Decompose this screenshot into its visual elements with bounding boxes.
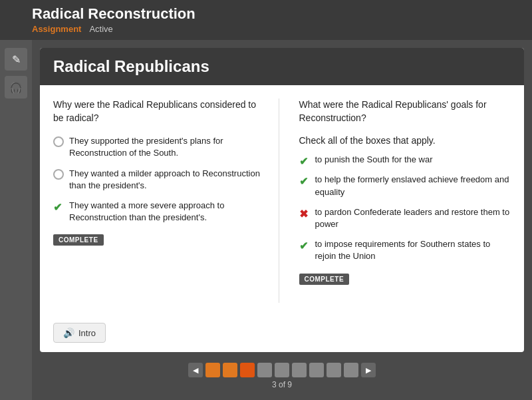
content-card: Radical Republicans Why were the Radical… xyxy=(40,48,524,352)
page-dot-8[interactable] xyxy=(327,363,341,377)
option-2-text: They wanted a milder approach to Reconst… xyxy=(69,168,265,192)
card-body: Why were the Radical Republicans conside… xyxy=(40,85,524,316)
list-item: ✔ They wanted a more severe approach to … xyxy=(53,200,265,224)
right-complete-badge: COMPLETE xyxy=(299,274,350,285)
next-page-button[interactable]: ▶ xyxy=(361,363,376,377)
right-option-3-text: to pardon Confederate leaders and restor… xyxy=(315,206,511,230)
page-dot-7[interactable] xyxy=(309,363,324,377)
top-bar-meta: Assignment Active xyxy=(32,24,521,34)
active-label: Active xyxy=(89,24,112,34)
question-right: What were the Radical Republicans' goals… xyxy=(293,99,511,303)
audio-button[interactable]: 🎧 xyxy=(5,76,27,99)
list-item: ✔ to impose requirements for Southern st… xyxy=(299,238,511,262)
correct-check-icon: ✔ xyxy=(299,155,310,166)
option-1-text: They supported the president's plans for… xyxy=(69,135,265,159)
speaker-icon: 🔊 xyxy=(63,327,74,338)
list-item: ✔ to help the formerly enslaved achieve … xyxy=(299,174,511,198)
page-dot-4[interactable] xyxy=(257,363,272,377)
list-item: ✖ to pardon Confederate leaders and rest… xyxy=(299,206,511,230)
right-option-2-text: to help the formerly enslaved achieve fr… xyxy=(315,174,511,198)
page-title: Radical Reconstruction xyxy=(32,5,521,23)
list-item: They supported the president's plans for… xyxy=(53,135,265,159)
pagination-label: 3 of 9 xyxy=(272,380,292,392)
page-dot-1[interactable] xyxy=(205,363,220,377)
intro-label: Intro xyxy=(78,328,96,338)
left-complete-badge: COMPLETE xyxy=(53,234,104,246)
top-bar: Radical Reconstruction Assignment Active xyxy=(0,0,532,40)
question-left: Why were the Radical Republicans conside… xyxy=(53,99,279,303)
pagination-area: ◀ ▶ 3 of 9 xyxy=(40,357,524,392)
page-dot-6[interactable] xyxy=(292,363,307,377)
edit-button[interactable]: ✎ xyxy=(5,48,27,71)
left-sidebar: ✎ 🎧 xyxy=(0,40,32,400)
option-3-text: They wanted a more severe approach to Re… xyxy=(69,200,265,224)
edit-icon: ✎ xyxy=(12,53,21,66)
right-option-1-text: to punish the South for the war xyxy=(315,154,433,166)
prev-page-button[interactable]: ◀ xyxy=(188,363,203,377)
audio-icon: 🎧 xyxy=(9,81,23,94)
assignment-label[interactable]: Assignment xyxy=(32,24,81,34)
pagination-bar: ◀ ▶ xyxy=(188,357,376,380)
page-dot-5[interactable] xyxy=(275,363,289,377)
correct-check-icon: ✔ xyxy=(299,240,310,250)
list-item: They wanted a milder approach to Reconst… xyxy=(53,168,265,192)
radio-option-2[interactable] xyxy=(53,169,64,180)
right-question-text: What were the Radical Republicans' goals… xyxy=(299,99,511,124)
page-dot-9[interactable] xyxy=(344,363,358,377)
left-question-text: Why were the Radical Republicans conside… xyxy=(53,99,265,124)
page-dot-2[interactable] xyxy=(223,363,237,377)
incorrect-check-icon: ✖ xyxy=(299,208,310,218)
card-title: Radical Republicans xyxy=(53,57,511,76)
check-all-text: Check all of the boxes that apply. xyxy=(299,135,511,146)
radio-option-1[interactable] xyxy=(53,136,64,147)
card-footer: 🔊 Intro xyxy=(40,316,524,352)
card-header: Radical Republicans xyxy=(40,48,524,85)
page-dot-3[interactable] xyxy=(240,363,255,377)
right-option-4-text: to impose requirements for Southern stat… xyxy=(315,238,511,262)
correct-check-icon: ✔ xyxy=(299,175,310,186)
main-area: Radical Republicans Why were the Radical… xyxy=(32,40,532,400)
correct-check-icon: ✔ xyxy=(53,201,64,212)
list-item: ✔ to punish the South for the war xyxy=(299,154,511,166)
intro-button[interactable]: 🔊 Intro xyxy=(53,323,106,343)
